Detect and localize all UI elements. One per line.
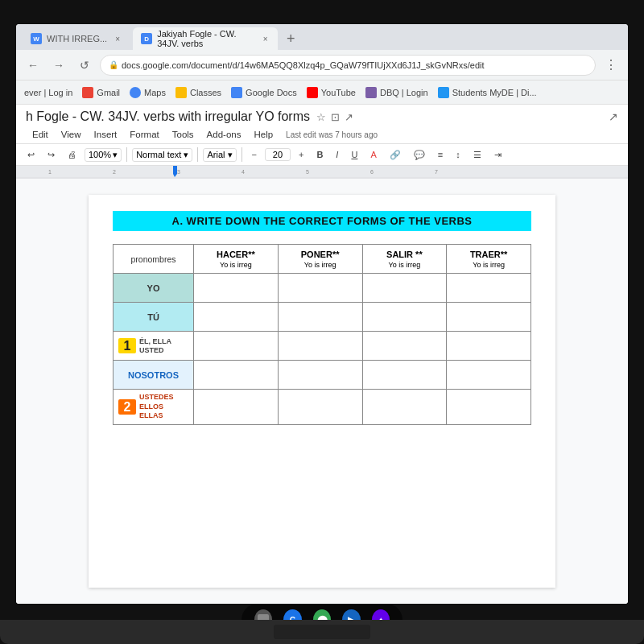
- address-bar: ← → ↺ 🔒 docs.google.com/document/d/14w6M…: [16, 50, 628, 80]
- traer-tu[interactable]: [447, 303, 531, 332]
- poner-el[interactable]: [278, 332, 362, 361]
- poner-yo[interactable]: [278, 274, 362, 303]
- font-select[interactable]: Arial ▾: [203, 148, 236, 162]
- salir-ustedes[interactable]: [362, 390, 447, 425]
- print-button[interactable]: 🖨: [63, 148, 81, 161]
- drive-icon[interactable]: ⊡: [331, 111, 340, 123]
- hacer-nosotros[interactable]: [194, 361, 279, 390]
- menu-insert[interactable]: Insert: [88, 127, 124, 142]
- url-text: docs.google.com/document/d/14w6MA5QQ8Xlz…: [122, 60, 485, 70]
- traer-ustedes[interactable]: [447, 390, 531, 425]
- doc-heading: A. WRITE DOWN THE CORRECT FORMS OF THE V…: [113, 211, 531, 231]
- menu-view[interactable]: View: [55, 127, 88, 142]
- bookmark-label-ever: ever | Log in: [24, 88, 72, 97]
- link-button[interactable]: 🔗: [385, 148, 406, 162]
- tab-jakiyah[interactable]: D Jakiyah Fogle - CW. 34JV. verbs ×: [133, 27, 278, 50]
- style-label: Normal text: [136, 150, 181, 159]
- menu-tools[interactable]: Tools: [166, 127, 200, 142]
- url-bar[interactable]: 🔒 docs.google.com/document/d/14w6MA5QQ8X…: [100, 55, 596, 76]
- header-hacer: HACER** Yo is irreg: [194, 245, 279, 274]
- menu-edit[interactable]: Edit: [26, 127, 55, 142]
- font-size-input[interactable]: 20: [265, 148, 291, 161]
- salir-el[interactable]: [362, 332, 447, 361]
- salir-tu[interactable]: [362, 303, 447, 332]
- dbq-icon: [365, 87, 377, 98]
- bookmark-maps[interactable]: Maps: [130, 87, 166, 98]
- linespacing-button[interactable]: ↕: [451, 148, 465, 161]
- font-size-minus[interactable]: −: [247, 148, 262, 161]
- doc-page: A. WRITE DOWN THE CORRECT FORMS OF THE V…: [89, 195, 555, 588]
- zoom-value: 100%: [89, 150, 111, 159]
- poner-ustedes[interactable]: [278, 390, 362, 425]
- font-size-plus[interactable]: +: [294, 148, 308, 161]
- tab-icon-1: W: [31, 33, 42, 44]
- svg-text:4: 4: [242, 169, 245, 175]
- italic-button[interactable]: I: [331, 148, 343, 161]
- hacer-el[interactable]: [194, 332, 279, 361]
- traer-nosotros[interactable]: [447, 361, 531, 390]
- new-tab-button[interactable]: +: [279, 27, 302, 50]
- hacer-tu[interactable]: [194, 303, 279, 332]
- zoom-control[interactable]: 100% ▾: [85, 148, 122, 162]
- tab-icon-2: D: [141, 33, 152, 44]
- share-icon[interactable]: ↗: [345, 111, 353, 123]
- bookmark-students[interactable]: Students MyDE | Di...: [438, 87, 537, 98]
- menu-help[interactable]: Help: [247, 127, 279, 142]
- poner-tu[interactable]: [278, 303, 362, 332]
- bookmark-ever-login[interactable]: ever | Log in: [24, 88, 72, 97]
- traer-el[interactable]: [447, 332, 531, 361]
- star-icon[interactable]: ☆: [316, 111, 326, 123]
- menu-addons[interactable]: Add-ons: [200, 127, 248, 142]
- students-icon: [438, 87, 449, 98]
- svg-text:5: 5: [306, 169, 309, 175]
- header-pronombres: pronombres: [114, 245, 194, 274]
- bold-button[interactable]: B: [312, 148, 328, 161]
- bookmark-label-classes: Classes: [190, 88, 221, 97]
- youtube-icon: [307, 87, 318, 98]
- poner-nosotros[interactable]: [278, 361, 362, 390]
- indent-button[interactable]: ⇥: [489, 148, 506, 162]
- style-select[interactable]: Normal text ▾: [132, 148, 192, 162]
- list-button[interactable]: ☰: [469, 148, 486, 162]
- bookmark-gmail[interactable]: Gmail: [82, 87, 120, 98]
- bookmark-label-maps: Maps: [144, 88, 166, 97]
- document-area: h Fogle - CW. 34JV. verbs with irregular…: [16, 105, 628, 604]
- laptop-trackpad[interactable]: [274, 625, 370, 639]
- menu-format[interactable]: Format: [123, 127, 165, 142]
- align-button[interactable]: ≡: [433, 148, 448, 161]
- bookmark-classes[interactable]: Classes: [175, 87, 221, 98]
- toolbar: ↩ ↪ 🖨 100% ▾ Normal text ▾ Arial ▾: [16, 144, 628, 166]
- forward-button[interactable]: →: [48, 55, 69, 76]
- expand-icon[interactable]: ↗: [609, 110, 618, 123]
- tab-close-1[interactable]: ×: [112, 33, 123, 44]
- svg-text:2: 2: [113, 169, 116, 175]
- salir-nosotros[interactable]: [362, 361, 447, 390]
- menu-bar: Edit View Insert Format Tools Add-ons He…: [26, 126, 618, 143]
- bookmark-dbq[interactable]: DBQ | Login: [365, 87, 428, 98]
- salir-yo[interactable]: [362, 274, 447, 303]
- monitor-screen: W WITH IRREG... × D Jakiyah Fogle - CW. …: [16, 24, 628, 604]
- traer-yo[interactable]: [447, 274, 531, 303]
- hacer-yo[interactable]: [194, 274, 279, 303]
- redo-button[interactable]: ↪: [43, 148, 60, 162]
- tab-close-2[interactable]: ×: [261, 33, 270, 44]
- bookmark-gdocs[interactable]: Google Docs: [231, 87, 297, 98]
- underline-button[interactable]: U: [346, 148, 362, 161]
- bookmark-youtube[interactable]: YouTube: [307, 87, 356, 98]
- back-button[interactable]: ←: [23, 55, 43, 76]
- hacer-ustedes[interactable]: [194, 390, 279, 425]
- title-icons: ☆ ⊡ ↗: [316, 111, 353, 123]
- classes-icon: [175, 87, 187, 98]
- text-color-button[interactable]: A: [365, 148, 381, 161]
- laptop-base: [0, 620, 644, 644]
- comment-button[interactable]: 💬: [409, 148, 430, 162]
- undo-button[interactable]: ↩: [23, 148, 39, 162]
- bookmark-label-students: Students MyDE | Di...: [452, 88, 537, 97]
- tab-with-irreg[interactable]: W WITH IRREG... ×: [23, 27, 131, 50]
- last-edit: Last edit was 7 hours ago: [286, 130, 378, 139]
- refresh-button[interactable]: ↺: [74, 55, 95, 76]
- lock-icon: 🔒: [109, 60, 118, 69]
- screen-bezel: W WITH IRREG... × D Jakiyah Fogle - CW. …: [0, 0, 644, 644]
- account-button[interactable]: ⋮: [601, 55, 621, 76]
- doc-title-bar: h Fogle - CW. 34JV. verbs with irregular…: [16, 105, 628, 144]
